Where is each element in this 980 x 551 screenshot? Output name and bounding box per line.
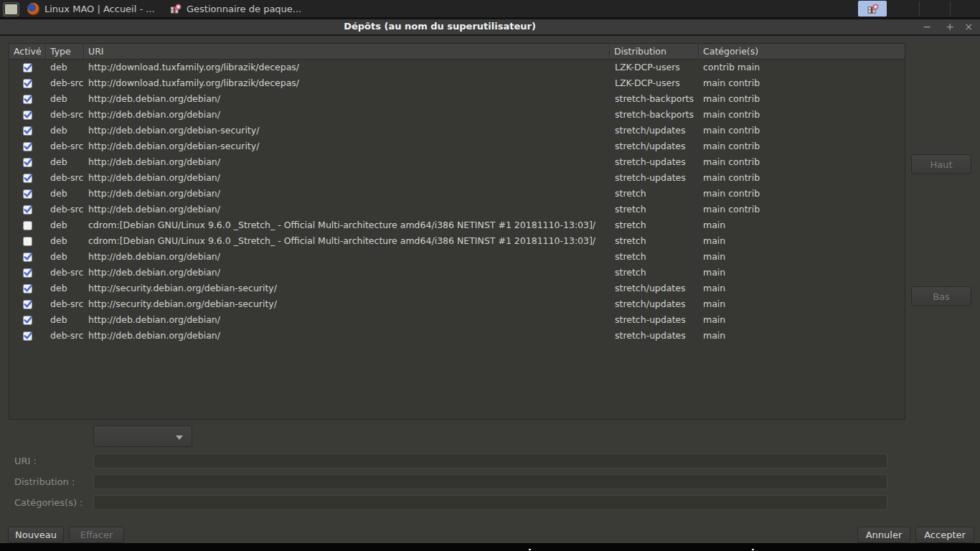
table-row[interactable]: debhttp://security.debian.org/debian-sec…	[9, 281, 905, 296]
checkbox-checked-icon[interactable]	[23, 110, 32, 120]
table-row[interactable]: debhttp://deb.debian.org/debian/stretch-…	[9, 312, 905, 328]
repo-type-cell: deb	[46, 249, 84, 265]
repo-distribution-cell: stretch-updates	[610, 328, 699, 344]
column-header-uri[interactable]: URI	[84, 44, 610, 59]
repo-distribution-cell: LZK-DCP-users	[610, 75, 699, 91]
repo-type-cell: deb	[46, 123, 84, 138]
delete-button[interactable]: Effacer	[69, 527, 124, 543]
checkbox-unchecked-icon[interactable]	[23, 221, 32, 230]
checkbox-checked-icon[interactable]	[23, 205, 32, 215]
type-combobox[interactable]	[93, 425, 192, 447]
firefox-icon	[27, 3, 39, 15]
table-row[interactable]: deb-srchttp://deb.debian.org/debian/stre…	[9, 202, 905, 217]
maximize-icon[interactable]: +	[942, 20, 958, 33]
repo-distribution-cell: stretch	[610, 265, 699, 281]
screen: Linux MAO | Accueil - ... Gestionnaire d…	[0, 0, 980, 551]
checkbox-checked-icon[interactable]	[23, 79, 32, 88]
table-row[interactable]: debhttp://deb.debian.org/debian/stretch-…	[9, 154, 905, 170]
uri-field[interactable]	[93, 453, 887, 468]
column-header-distribution[interactable]: Distribution	[610, 44, 699, 59]
checkbox-checked-icon[interactable]	[23, 126, 32, 136]
table-row[interactable]: deb-srchttp://deb.debian.org/debian/stre…	[9, 107, 905, 123]
table-row[interactable]: debcdrom:[Debian GNU/Linux 9.6.0 _Stretc…	[9, 217, 905, 233]
checkbox-checked-icon[interactable]	[23, 284, 32, 293]
repo-type-cell: deb-src	[46, 75, 84, 91]
table-row[interactable]: debhttp://download.tuxfamily.org/librazi…	[9, 60, 905, 75]
repo-categories-cell: main contrib	[699, 170, 905, 186]
table-body: debhttp://download.tuxfamily.org/librazi…	[9, 60, 905, 344]
table-header: Activé Type URI Distribution Catégorie(s…	[9, 44, 905, 60]
checkbox-checked-icon[interactable]	[23, 142, 32, 151]
table-row[interactable]: deb-srchttp://deb.debian.org/debian-secu…	[9, 138, 905, 154]
checkbox-checked-icon[interactable]	[23, 189, 32, 199]
minimize-icon[interactable]: −	[919, 20, 935, 33]
table-row[interactable]: deb-srchttp://deb.debian.org/debian/stre…	[9, 170, 905, 186]
repo-categories-cell: main	[699, 312, 905, 328]
table-row[interactable]: debhttp://deb.debian.org/debian/stretch-…	[9, 91, 905, 107]
panel-separator	[919, 1, 920, 16]
repo-enabled-cell	[9, 328, 46, 344]
hidden-panel-edge[interactable]	[0, 543, 980, 551]
repo-categories-cell: main contrib	[699, 138, 905, 154]
table-row[interactable]: deb-srchttp://deb.debian.org/debian/stre…	[9, 328, 905, 344]
repo-enabled-cell	[9, 202, 46, 217]
checkbox-checked-icon[interactable]	[23, 174, 32, 183]
repo-type-cell: deb-src	[46, 202, 84, 217]
repo-categories-cell: main	[699, 281, 905, 296]
checkbox-checked-icon[interactable]	[23, 63, 32, 72]
checkbox-checked-icon[interactable]	[23, 300, 32, 309]
checkbox-checked-icon[interactable]	[23, 331, 32, 341]
move-up-button[interactable]: Haut	[911, 154, 971, 174]
cancel-button[interactable]: Annuler	[857, 527, 910, 543]
table-row[interactable]: deb-srchttp://download.tuxfamily.org/lib…	[9, 75, 905, 91]
repo-enabled-cell	[9, 249, 46, 265]
table-row[interactable]: debhttp://deb.debian.org/debian/stretchm…	[9, 186, 905, 202]
checkbox-checked-icon[interactable]	[23, 253, 32, 262]
table-row[interactable]: debhttp://deb.debian.org/debian/stretchm…	[9, 249, 905, 265]
repo-uri-cell: http://download.tuxfamily.org/librazik/d…	[84, 75, 610, 91]
checkbox-checked-icon[interactable]	[23, 316, 32, 325]
distribution-field[interactable]	[93, 474, 887, 489]
checkbox-checked-icon[interactable]	[23, 95, 32, 104]
checkbox-unchecked-icon[interactable]	[23, 237, 32, 246]
close-icon[interactable]: ×	[961, 20, 976, 33]
table-row[interactable]: deb-srchttp://security.debian.org/debian…	[9, 296, 905, 312]
taskbar: Linux MAO | Accueil - ... Gestionnaire d…	[0, 0, 980, 17]
table-row[interactable]: deb-srchttp://deb.debian.org/debian/stre…	[9, 265, 905, 281]
column-header-type[interactable]: Type	[46, 44, 84, 59]
repo-categories-cell: main	[699, 233, 905, 249]
repo-categories-cell: main	[699, 249, 905, 265]
repo-enabled-cell	[9, 138, 46, 154]
repo-categories-cell: main	[699, 217, 905, 233]
checkbox-checked-icon[interactable]	[23, 268, 32, 278]
taskbar-item-label: Linux MAO | Accueil - ...	[44, 4, 155, 14]
repo-categories-cell: contrib main	[699, 60, 905, 75]
repo-uri-cell: http://deb.debian.org/debian/	[84, 265, 610, 281]
checkbox-checked-icon[interactable]	[23, 158, 32, 167]
table-row[interactable]: debcdrom:[Debian GNU/Linux 9.6.0 _Stretc…	[9, 233, 905, 249]
repo-enabled-cell	[9, 154, 46, 170]
tray-active-window-icon[interactable]	[858, 1, 887, 17]
categories-field[interactable]	[93, 495, 887, 510]
table-row[interactable]: debhttp://deb.debian.org/debian-security…	[9, 123, 905, 138]
repo-uri-cell: http://deb.debian.org/debian/	[84, 328, 610, 344]
taskbar-item-firefox[interactable]: Linux MAO | Accueil - ...	[22, 0, 161, 17]
column-header-categories[interactable]: Catégorie(s)	[699, 44, 905, 59]
repo-distribution-cell: stretch	[610, 186, 699, 202]
window-titlebar[interactable]: Dépôts (au nom du superutilisateur) − + …	[0, 19, 980, 36]
new-button[interactable]: Nouveau	[8, 527, 64, 543]
repo-uri-cell: http://deb.debian.org/debian/	[84, 186, 610, 202]
show-desktop-button[interactable]	[3, 2, 19, 17]
column-header-enabled[interactable]: Activé	[9, 44, 46, 59]
repo-categories-cell: main contrib	[699, 75, 905, 91]
accept-button[interactable]: Accepter	[915, 527, 974, 543]
taskbar-item-package-manager[interactable]: Gestionnaire de paque...	[164, 0, 307, 17]
repo-distribution-cell: stretch	[610, 217, 699, 233]
move-down-button[interactable]: Bas	[911, 286, 971, 306]
categories-label: Catégories(s) :	[14, 497, 83, 508]
repo-distribution-cell: stretch	[610, 233, 699, 249]
repo-type-cell: deb-src	[46, 107, 84, 123]
repo-type-cell: deb-src	[46, 296, 84, 312]
repo-categories-cell: main contrib	[699, 91, 905, 107]
repo-uri-cell: http://deb.debian.org/debian/	[84, 202, 610, 217]
